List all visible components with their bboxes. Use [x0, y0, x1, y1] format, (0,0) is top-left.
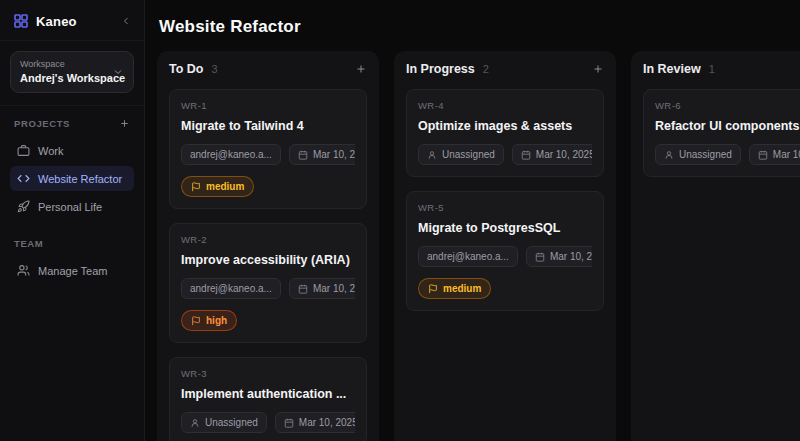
assignee-chip[interactable]: andrej@kaneo.a... — [181, 144, 281, 165]
workspace-name: Andrej's Workspace — [20, 72, 112, 84]
briefcase-icon — [17, 144, 30, 157]
due-date-label: Mar 10, 2025 — [536, 149, 592, 160]
sidebar-item-label: Manage Team — [38, 265, 108, 277]
workspace-text: Workspace Andrej's Workspace — [20, 59, 112, 84]
workspace-selector[interactable]: Workspace Andrej's Workspace — [10, 51, 134, 93]
assignee-chip[interactable]: Unassigned — [418, 144, 504, 165]
board-column: In Review1WR-6Refactor UI componentsUnas… — [631, 51, 800, 441]
calendar-icon — [758, 150, 768, 160]
assignee-chip[interactable]: andrej@kaneo.a... — [181, 278, 281, 299]
projects-section-title: PROJECTS — [14, 118, 70, 129]
task-card-wr-3[interactable]: WR-3Implement authentication ...Unassign… — [169, 357, 367, 441]
task-priority-row: high — [181, 310, 355, 331]
task-key: WR-1 — [181, 100, 355, 111]
due-date-chip[interactable]: Mar 10, 2025 — [512, 144, 592, 165]
due-date-label: Mar 10, 2025 — [313, 149, 355, 160]
priority-badge-medium: medium — [418, 278, 491, 299]
calendar-icon — [521, 150, 531, 160]
task-meta-row: andrej@kaneo.a...Mar 10, 2025 — [418, 246, 592, 267]
column-count: 2 — [483, 63, 592, 75]
person-icon — [664, 150, 674, 160]
assignee-label: Unassigned — [205, 417, 258, 428]
sidebar: Kaneo Workspace Andrej's Workspace PROJE… — [0, 0, 145, 441]
task-key: WR-6 — [655, 100, 800, 111]
task-priority-row: medium — [181, 176, 355, 197]
column-cards: WR-4Optimize images & assetsUnassignedMa… — [394, 84, 616, 323]
column-cards: WR-1Migrate to Tailwind 4andrej@kaneo.a.… — [157, 84, 379, 441]
priority-label: high — [206, 315, 227, 326]
assignee-label: Unassigned — [442, 149, 495, 160]
add-task-button[interactable] — [355, 63, 367, 75]
priority-label: medium — [443, 283, 481, 294]
board-column: In Progress2WR-4Optimize images & assets… — [394, 51, 616, 441]
sidebar-item-label: Work — [38, 145, 63, 157]
due-date-chip[interactable]: Mar 10, 2025 — [289, 278, 355, 299]
add-task-button[interactable] — [592, 63, 604, 75]
column-title: In Review — [643, 62, 701, 76]
main-content: Website Refactor To Do3WR-1Migrate to Ta… — [145, 0, 800, 441]
calendar-icon — [535, 252, 545, 262]
due-date-chip[interactable]: Mar 10, 2025 — [749, 144, 800, 165]
task-priority-row: medium — [418, 278, 592, 299]
workspace-label: Workspace — [20, 59, 112, 69]
column-header: In Progress2 — [394, 51, 616, 84]
sidebar-header: Kaneo — [0, 0, 144, 41]
kaneo-logo-icon — [13, 13, 29, 29]
due-date-label: Mar 10, 2025 — [773, 149, 800, 160]
sidebar-collapse-button[interactable] — [120, 15, 132, 27]
assignee-label: andrej@kaneo.a... — [190, 283, 272, 294]
flag-icon — [428, 284, 438, 294]
task-meta-row: andrej@kaneo.a...Mar 10, 2025 — [181, 144, 355, 165]
projects-section: PROJECTS Work Website Refactor — [0, 106, 144, 226]
priority-badge-medium: medium — [181, 176, 254, 197]
assignee-label: Unassigned — [679, 149, 732, 160]
task-card-wr-6[interactable]: WR-6Refactor UI componentsUnassignedMar … — [643, 89, 800, 177]
task-card-wr-2[interactable]: WR-2Improve accessibility (ARIA)andrej@k… — [169, 223, 367, 343]
task-key: WR-2 — [181, 234, 355, 245]
sidebar-item-website-refactor[interactable]: Website Refactor — [10, 166, 134, 191]
due-date-chip[interactable]: Mar 10, 2025 — [275, 412, 355, 433]
due-date-label: Mar 10, 2025 — [550, 251, 592, 262]
due-date-chip[interactable]: Mar 10, 2025 — [526, 246, 592, 267]
task-card-wr-1[interactable]: WR-1Migrate to Tailwind 4andrej@kaneo.a.… — [169, 89, 367, 209]
sidebar-item-manage-team[interactable]: Manage Team — [10, 258, 134, 283]
assignee-chip[interactable]: Unassigned — [181, 412, 267, 433]
team-section-title: TEAM — [14, 238, 43, 249]
sidebar-item-label: Website Refactor — [38, 173, 122, 185]
column-title: In Progress — [406, 62, 475, 76]
flag-icon — [191, 316, 201, 326]
sidebar-item-work[interactable]: Work — [10, 138, 134, 163]
sidebar-item-personal-life[interactable]: Personal Life — [10, 194, 134, 219]
task-meta-row: andrej@kaneo.a...Mar 10, 2025 — [181, 278, 355, 299]
due-date-label: Mar 10, 2025 — [313, 283, 355, 294]
due-date-chip[interactable]: Mar 10, 2025 — [289, 144, 355, 165]
task-meta-row: UnassignedMar 10, 2025low — [418, 144, 592, 165]
flag-icon — [191, 182, 201, 192]
column-count: 1 — [709, 63, 800, 75]
task-title: Migrate to PostgresSQL — [418, 221, 592, 235]
code-icon — [17, 172, 30, 185]
sidebar-item-label: Personal Life — [38, 201, 102, 213]
users-icon — [17, 264, 30, 277]
calendar-icon — [298, 150, 308, 160]
chevron-down-icon — [112, 66, 124, 78]
assignee-chip[interactable]: Unassigned — [655, 144, 741, 165]
task-key: WR-4 — [418, 100, 592, 111]
priority-badge-high: high — [181, 310, 237, 331]
kaneo-app: Kaneo Workspace Andrej's Workspace PROJE… — [0, 0, 800, 441]
task-key: WR-3 — [181, 368, 355, 379]
add-project-button[interactable] — [119, 118, 130, 129]
kanban-board: To Do3WR-1Migrate to Tailwind 4andrej@ka… — [145, 51, 800, 441]
person-icon — [427, 150, 437, 160]
projects-section-header: PROJECTS — [10, 118, 134, 138]
task-card-wr-5[interactable]: WR-5Migrate to PostgresSQLandrej@kaneo.a… — [406, 191, 604, 311]
assignee-chip[interactable]: andrej@kaneo.a... — [418, 246, 518, 267]
column-title: To Do — [169, 62, 203, 76]
task-title: Migrate to Tailwind 4 — [181, 119, 355, 133]
rocket-icon — [17, 200, 30, 213]
due-date-label: Mar 10, 2025 — [299, 417, 355, 428]
task-card-wr-4[interactable]: WR-4Optimize images & assetsUnassignedMa… — [406, 89, 604, 177]
person-icon — [190, 418, 200, 428]
board-column: To Do3WR-1Migrate to Tailwind 4andrej@ka… — [157, 51, 379, 441]
task-key: WR-5 — [418, 202, 592, 213]
